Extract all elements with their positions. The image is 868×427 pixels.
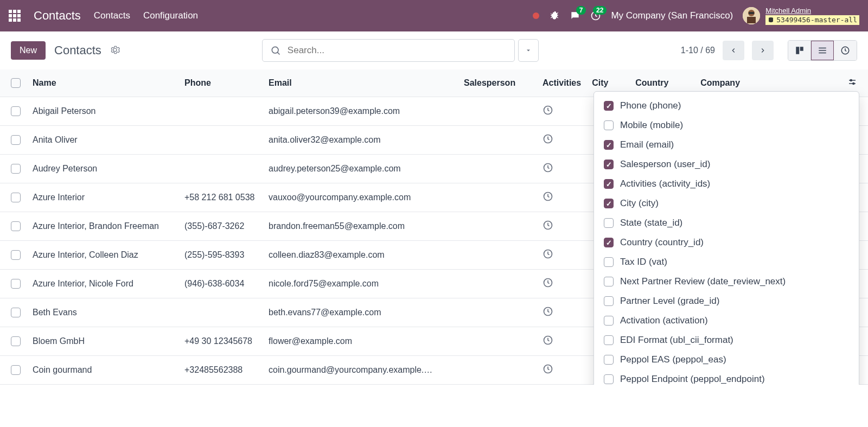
checkbox-icon (604, 257, 614, 267)
col-header-email[interactable]: Email (263, 69, 458, 97)
search-icon (270, 45, 281, 56)
user-menu[interactable]: Mitchell Admin 53499456-master-all (743, 7, 859, 24)
column-option[interactable]: Peppol Endpoint (peppol_endpoint) (594, 369, 859, 385)
cell-activities[interactable] (537, 298, 586, 327)
column-option[interactable]: Activities (activity_ids) (594, 174, 859, 194)
activities-icon[interactable]: 22 (590, 10, 601, 21)
column-option[interactable]: Mobile (mobile) (594, 116, 859, 135)
svg-rect-9 (800, 47, 803, 51)
cell-phone: +58 212 681 0538 (179, 183, 263, 212)
checkbox-icon (604, 296, 614, 306)
cell-phone: (355)-687-3262 (179, 212, 263, 241)
column-option[interactable]: Salesperson (user_id) (594, 155, 859, 174)
svg-point-6 (272, 47, 278, 53)
select-all-checkbox[interactable] (11, 78, 21, 88)
row-checkbox[interactable] (11, 135, 21, 145)
cell-name: Azure Interior, Colleen Diaz (27, 241, 179, 270)
cell-phone: (946)-638-6034 (179, 270, 263, 298)
nav-link-contacts[interactable]: Contacts (94, 10, 130, 21)
search-dropdown-button[interactable] (518, 39, 539, 62)
cell-activities[interactable] (537, 241, 586, 270)
row-checkbox[interactable] (11, 221, 21, 231)
col-header-activities[interactable]: Activities (537, 69, 586, 97)
col-header-phone[interactable]: Phone (179, 69, 263, 97)
svg-rect-3 (747, 17, 756, 23)
column-option[interactable]: Peppol EAS (peppol_eas) (594, 350, 859, 369)
checkbox-icon (604, 355, 614, 365)
row-checkbox[interactable] (11, 193, 21, 202)
clock-icon (542, 133, 553, 144)
column-settings-button[interactable] (847, 79, 857, 88)
column-option[interactable]: Next Partner Review (date_review_next) (594, 272, 859, 291)
col-header-salesperson[interactable]: Salesperson (458, 69, 537, 97)
row-checkbox[interactable] (11, 279, 21, 289)
cell-activities[interactable] (537, 126, 586, 155)
column-option[interactable]: State (state_id) (594, 213, 859, 233)
column-option[interactable]: Partner Level (grade_id) (594, 291, 859, 311)
cell-salesperson (458, 298, 537, 327)
column-option[interactable]: Phone (phone) (594, 96, 859, 116)
cell-activities[interactable] (537, 212, 586, 241)
svg-rect-8 (796, 47, 799, 54)
gear-icon[interactable] (110, 45, 120, 56)
row-checkbox[interactable] (11, 365, 21, 375)
cell-salesperson (458, 327, 537, 356)
app-brand[interactable]: Contacts (34, 9, 81, 23)
cell-phone: +32485562388 (179, 356, 263, 385)
view-kanban-button[interactable] (788, 41, 811, 60)
row-checkbox[interactable] (11, 250, 21, 260)
company-selector[interactable]: My Company (San Francisco) (611, 10, 733, 21)
cell-salesperson (458, 270, 537, 298)
clock-icon (542, 364, 553, 374)
column-option[interactable]: EDI Format (ubl_cii_format) (594, 330, 859, 350)
column-option[interactable]: Tax ID (vat) (594, 252, 859, 272)
column-option[interactable]: Country (country_id) (594, 233, 859, 252)
row-checkbox[interactable] (11, 106, 21, 116)
messaging-icon[interactable]: 7 (570, 10, 580, 21)
column-option-label: Partner Level (grade_id) (620, 296, 719, 307)
search-input[interactable] (288, 45, 507, 56)
clock-icon (840, 46, 850, 55)
search-box[interactable] (262, 39, 515, 62)
checkbox-icon (604, 374, 614, 384)
row-checkbox[interactable] (11, 308, 21, 317)
cell-email: anita.oliver32@example.com (263, 126, 458, 155)
cell-phone (179, 155, 263, 183)
contacts-table-wrap: Name Phone Email Salesperson Activities … (0, 69, 868, 385)
col-header-name[interactable]: Name (27, 69, 179, 97)
column-option-label: EDI Format (ubl_cii_format) (620, 335, 733, 346)
column-option[interactable]: Email (email) (594, 135, 859, 155)
apps-menu-icon[interactable] (9, 10, 21, 22)
row-checkbox[interactable] (11, 336, 21, 346)
messaging-badge: 7 (576, 6, 586, 15)
kanban-icon (795, 46, 805, 55)
status-indicator-icon[interactable] (533, 12, 539, 19)
view-list-button[interactable] (811, 41, 834, 60)
cell-activities[interactable] (537, 270, 586, 298)
cell-phone (179, 126, 263, 155)
cell-name: Beth Evans (27, 298, 179, 327)
cell-activities[interactable] (537, 155, 586, 183)
debug-icon[interactable] (549, 10, 560, 21)
pager-text[interactable]: 1-10 / 69 (681, 46, 715, 55)
cell-activities[interactable] (537, 327, 586, 356)
chevron-down-icon (525, 47, 532, 54)
cell-phone: +49 30 12345678 (179, 327, 263, 356)
column-option[interactable]: City (city) (594, 194, 859, 213)
cell-name: Audrey Peterson (27, 155, 179, 183)
row-checkbox[interactable] (11, 164, 21, 174)
checkbox-icon (604, 335, 614, 345)
cell-activities[interactable] (537, 356, 586, 385)
pager-next-button[interactable] (752, 41, 774, 60)
cell-activities[interactable] (537, 183, 586, 212)
cell-email: coin.gourmand@yourcompany.example.… (263, 356, 458, 385)
column-option[interactable]: Activation (activation) (594, 311, 859, 330)
column-option-label: Mobile (mobile) (620, 120, 683, 131)
new-button[interactable]: New (11, 41, 46, 60)
pager-prev-button[interactable] (723, 41, 744, 60)
control-bar: New Contacts 1-10 / 69 (0, 31, 868, 69)
checkbox-icon (604, 277, 614, 286)
cell-activities[interactable] (537, 97, 586, 126)
nav-link-configuration[interactable]: Configuration (143, 10, 198, 21)
view-activity-button[interactable] (834, 41, 857, 60)
